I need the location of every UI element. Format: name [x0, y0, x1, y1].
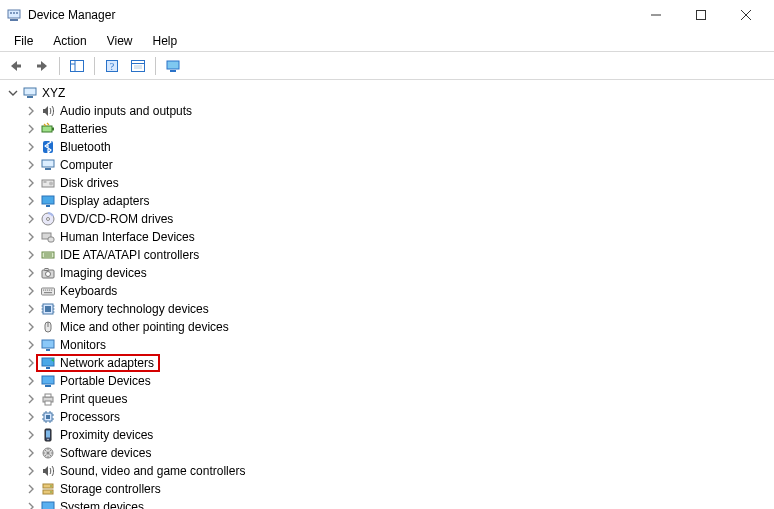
- tree-item[interactable]: Computer: [4, 156, 774, 174]
- printer-icon: [40, 391, 56, 407]
- software-icon: [40, 445, 56, 461]
- expander-icon[interactable]: [24, 374, 38, 388]
- expander-icon[interactable]: [24, 266, 38, 280]
- portable-icon: [40, 373, 56, 389]
- expander-icon[interactable]: [24, 482, 38, 496]
- svg-point-35: [47, 218, 50, 221]
- tree-item[interactable]: Batteries: [4, 120, 774, 138]
- expander-icon[interactable]: [24, 302, 38, 316]
- svg-rect-24: [42, 126, 52, 132]
- svg-rect-6: [696, 11, 705, 20]
- svg-rect-47: [47, 290, 48, 291]
- expander-icon[interactable]: [24, 284, 38, 298]
- tree-item[interactable]: Print queues: [4, 390, 774, 408]
- svg-point-2: [10, 12, 12, 14]
- system-icon: [40, 499, 56, 509]
- svg-rect-50: [44, 292, 52, 293]
- svg-rect-20: [167, 61, 179, 69]
- expander-icon[interactable]: [24, 194, 38, 208]
- svg-point-3: [13, 12, 15, 14]
- svg-rect-45: [43, 290, 44, 291]
- svg-point-82: [47, 439, 49, 441]
- properties-button[interactable]: [126, 55, 150, 77]
- svg-rect-43: [45, 269, 48, 271]
- tree-root[interactable]: XYZ: [4, 84, 774, 102]
- svg-rect-48: [49, 290, 50, 291]
- expander-icon[interactable]: [24, 446, 38, 460]
- maximize-button[interactable]: [678, 0, 723, 30]
- tree-item[interactable]: System devices: [4, 498, 774, 509]
- show-hide-tree-button[interactable]: [65, 55, 89, 77]
- tree-item[interactable]: Network adapters: [4, 354, 774, 372]
- toolbar: ?: [0, 52, 774, 80]
- expander-icon[interactable]: [24, 500, 38, 509]
- menu-view[interactable]: View: [97, 32, 143, 50]
- tree-item[interactable]: Display adapters: [4, 192, 774, 210]
- dvd-icon: [40, 211, 56, 227]
- expander-icon[interactable]: [24, 320, 38, 334]
- toolbar-separator: [59, 57, 60, 75]
- tree-item[interactable]: Keyboards: [4, 282, 774, 300]
- tree-item[interactable]: Imaging devices: [4, 264, 774, 282]
- proximity-icon: [40, 427, 56, 443]
- expander-icon[interactable]: [24, 230, 38, 244]
- monitor-icon: [40, 337, 56, 353]
- tree-item[interactable]: Bluetooth: [4, 138, 774, 156]
- mouse-icon: [40, 319, 56, 335]
- tree-item-label: Batteries: [60, 120, 107, 138]
- device-tree[interactable]: XYZ Audio inputs and outputsBatteriesBlu…: [0, 80, 774, 509]
- memory-icon: [40, 301, 56, 317]
- tree-item[interactable]: Mice and other pointing devices: [4, 318, 774, 336]
- menu-action[interactable]: Action: [43, 32, 96, 50]
- svg-rect-32: [42, 196, 54, 204]
- expander-icon[interactable]: [24, 158, 38, 172]
- tree-item[interactable]: Storage controllers: [4, 480, 774, 498]
- tree-item[interactable]: Memory technology devices: [4, 300, 774, 318]
- expander-icon[interactable]: [24, 464, 38, 478]
- tree-item[interactable]: Monitors: [4, 336, 774, 354]
- tree-item[interactable]: Processors: [4, 408, 774, 426]
- tree-item[interactable]: IDE ATA/ATAPI controllers: [4, 246, 774, 264]
- svg-point-88: [50, 491, 52, 493]
- forward-button[interactable]: [30, 55, 54, 77]
- storage-icon: [40, 481, 56, 497]
- expander-icon[interactable]: [6, 86, 20, 100]
- minimize-button[interactable]: [633, 0, 678, 30]
- tree-item[interactable]: Software devices: [4, 444, 774, 462]
- expander-icon[interactable]: [24, 428, 38, 442]
- tree-item[interactable]: DVD/CD-ROM drives: [4, 210, 774, 228]
- back-button[interactable]: [4, 55, 28, 77]
- tree-item[interactable]: Sound, video and game controllers: [4, 462, 774, 480]
- expander-icon[interactable]: [24, 410, 38, 424]
- processor-icon: [40, 409, 56, 425]
- ide-icon: [40, 247, 56, 263]
- tree-item[interactable]: Portable Devices: [4, 372, 774, 390]
- help-button[interactable]: ?: [100, 55, 124, 77]
- scan-hardware-button[interactable]: [161, 55, 185, 77]
- tree-item-label: Keyboards: [60, 282, 117, 300]
- expander-icon[interactable]: [24, 122, 38, 136]
- expander-icon[interactable]: [24, 140, 38, 154]
- expander-icon[interactable]: [24, 104, 38, 118]
- expander-icon[interactable]: [24, 212, 38, 226]
- tree-item[interactable]: Audio inputs and outputs: [4, 102, 774, 120]
- menu-help[interactable]: Help: [143, 32, 188, 50]
- tree-item-label: Audio inputs and outputs: [60, 102, 192, 120]
- svg-point-84: [47, 452, 50, 455]
- expander-icon[interactable]: [24, 176, 38, 190]
- svg-rect-21: [170, 70, 176, 72]
- tree-item[interactable]: Disk drives: [4, 174, 774, 192]
- close-button[interactable]: [723, 0, 768, 30]
- svg-point-30: [49, 182, 53, 186]
- menu-file[interactable]: File: [4, 32, 43, 50]
- tree-item[interactable]: Human Interface Devices: [4, 228, 774, 246]
- tree-item-label: Mice and other pointing devices: [60, 318, 229, 336]
- expander-icon[interactable]: [24, 248, 38, 262]
- expander-icon[interactable]: [24, 392, 38, 406]
- expander-icon[interactable]: [24, 338, 38, 352]
- computer-icon: [40, 157, 56, 173]
- svg-rect-46: [45, 290, 46, 291]
- svg-rect-49: [51, 290, 52, 291]
- tree-item[interactable]: Proximity devices: [4, 426, 774, 444]
- tree-item-label: DVD/CD-ROM drives: [60, 210, 173, 228]
